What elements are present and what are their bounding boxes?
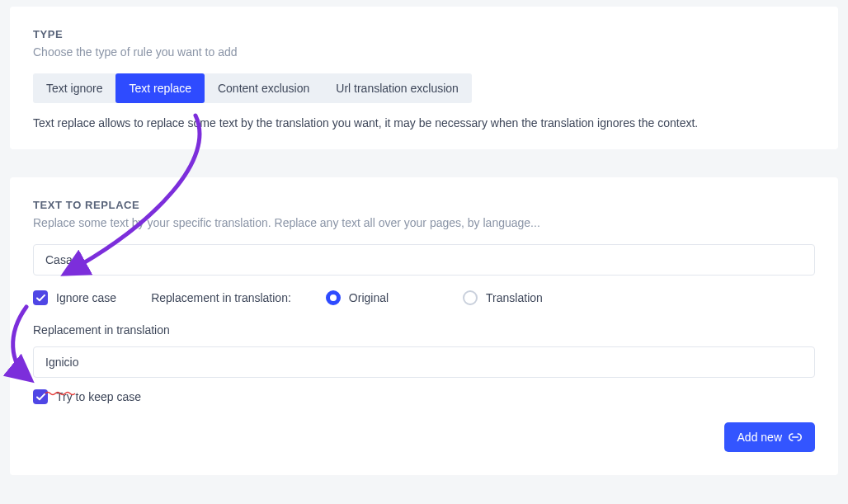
- keep-case-wrap: Try to keep case: [33, 389, 815, 404]
- replace-subtitle: Replace some text by your specific trans…: [33, 216, 815, 229]
- keep-case-checkbox[interactable]: [33, 389, 48, 404]
- ignore-case-label: Ignore case: [56, 291, 116, 304]
- button-row: Add new: [33, 422, 815, 452]
- link-icon: [789, 432, 802, 442]
- replacement-in-label: Replacement in translation:: [151, 291, 291, 304]
- rule-type-tabs: Text ignore Text replace Content exclusi…: [33, 73, 472, 103]
- text-to-replace-input[interactable]: [33, 244, 815, 276]
- radio-translation-wrap: Translation: [463, 290, 543, 305]
- replacement-field-label: Replacement in translation: [33, 323, 815, 337]
- tab-content-exclusion[interactable]: Content exclusion: [205, 73, 323, 103]
- check-icon: [36, 294, 45, 302]
- add-new-button-label: Add new: [737, 431, 782, 444]
- radio-translation[interactable]: [463, 290, 478, 305]
- text-to-replace-card: TEXT TO REPLACE Replace some text by you…: [10, 177, 838, 475]
- type-subtitle: Choose the type of rule you want to add: [33, 45, 815, 59]
- ignore-case-wrap: Ignore case: [33, 290, 116, 305]
- keep-case-label: Try to keep case: [56, 390, 141, 403]
- type-description: Text replace allows to replace some text…: [33, 116, 815, 130]
- check-icon: [36, 393, 45, 401]
- add-new-button[interactable]: Add new: [724, 422, 815, 452]
- tab-url-translation-exclusion[interactable]: Url translation exclusion: [323, 73, 472, 103]
- replacement-radio-group: Original Translation: [326, 290, 543, 305]
- ignore-case-checkbox[interactable]: [33, 290, 48, 305]
- tab-text-ignore[interactable]: Text ignore: [33, 73, 115, 103]
- type-card: TYPE Choose the type of rule you want to…: [10, 7, 838, 149]
- radio-original-wrap: Original: [326, 290, 389, 305]
- replacement-input[interactable]: [33, 346, 815, 378]
- type-title: TYPE: [33, 28, 815, 40]
- radio-original[interactable]: [326, 290, 341, 305]
- replace-title: TEXT TO REPLACE: [33, 199, 815, 211]
- tab-text-replace[interactable]: Text replace: [115, 73, 204, 103]
- options-row: Ignore case Replacement in translation: …: [33, 290, 815, 305]
- radio-original-label: Original: [349, 291, 389, 304]
- radio-translation-label: Translation: [486, 291, 543, 304]
